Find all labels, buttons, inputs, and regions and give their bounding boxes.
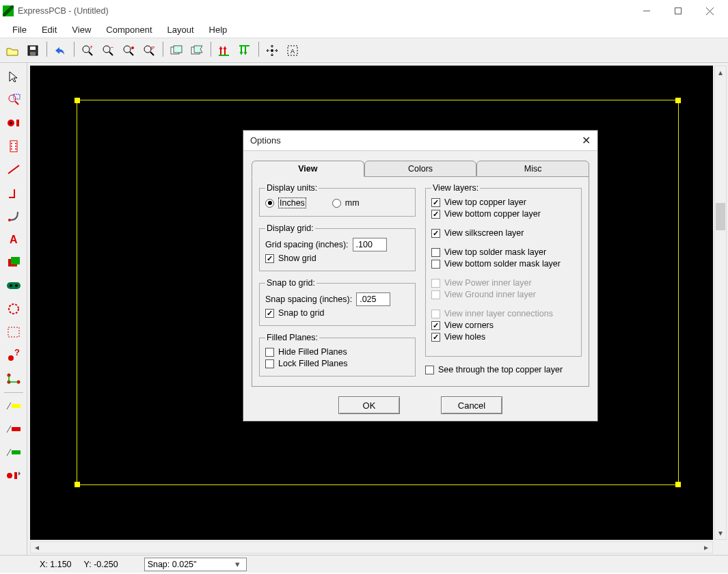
zoom-tool[interactable] — [3, 89, 25, 111]
tab-view[interactable]: View — [252, 161, 364, 177]
circle-tool[interactable] — [3, 298, 25, 320]
open-icon[interactable] — [3, 41, 22, 60]
label-bottom-copper: View bottom copper layer — [444, 209, 541, 219]
svg-line-17 — [150, 52, 154, 55]
zoom-prev-icon[interactable]: P — [139, 41, 159, 60]
rect-tool[interactable] — [3, 251, 25, 273]
scroll-right-icon[interactable]: ▸ — [700, 543, 712, 552]
svg-point-41 — [15, 146, 16, 147]
status-y: Y: -0.250 — [84, 560, 118, 569]
check-silkscreen[interactable] — [431, 229, 440, 238]
scroll-up-icon[interactable]: ▴ — [715, 66, 726, 79]
corner-handle-tl[interactable] — [75, 98, 80, 103]
zoom-out-icon[interactable]: − — [98, 41, 118, 60]
ok-button[interactable]: OK — [338, 396, 400, 414]
maximize-button[interactable] — [662, 0, 694, 22]
corner-handle-tr[interactable] — [675, 98, 681, 103]
check-top-mask[interactable] — [431, 248, 440, 257]
menu-help[interactable]: Help — [202, 23, 234, 36]
svg-rect-53 — [8, 327, 19, 337]
pad-tool[interactable] — [3, 112, 25, 134]
menu-edit[interactable]: Edit — [35, 23, 64, 36]
status-x: X: 1.150 — [40, 560, 72, 569]
app-icon — [3, 5, 14, 16]
link-sch-icon[interactable] — [167, 41, 186, 60]
trace-tool[interactable] — [3, 159, 25, 180]
text-tool[interactable]: A — [3, 228, 25, 250]
menu-layout[interactable]: Layout — [161, 23, 201, 36]
check-holes[interactable] — [431, 333, 440, 342]
menu-file[interactable]: File — [5, 23, 33, 36]
menu-view[interactable]: View — [65, 23, 98, 36]
chevron-down-icon: ▾ — [232, 559, 243, 569]
vscroll-thumb[interactable] — [716, 203, 725, 230]
unlink-sch-icon[interactable] — [187, 41, 206, 60]
check-snap-grid[interactable] — [265, 309, 274, 318]
check-top-copper[interactable] — [431, 198, 440, 207]
svg-point-50 — [10, 284, 12, 287]
select-tool[interactable] — [3, 66, 25, 87]
component-tool[interactable] — [3, 135, 25, 157]
bus-tool[interactable] — [3, 368, 25, 390]
svg-point-42 — [11, 148, 12, 150]
corner-tool[interactable] — [3, 182, 25, 204]
corner-handle-bl[interactable] — [75, 482, 80, 487]
check-see-through[interactable] — [425, 366, 434, 374]
layer-inner1-tool[interactable] — [3, 418, 25, 440]
net-info-tool[interactable]: ? — [3, 344, 25, 366]
svg-point-38 — [11, 143, 12, 144]
label-bottom-mask: View bottom solder mask layer — [444, 259, 561, 269]
scroll-left-icon[interactable]: ◂ — [31, 543, 43, 552]
input-grid-spacing[interactable]: .100 — [353, 238, 387, 251]
save-icon[interactable] — [23, 41, 42, 60]
check-bottom-copper[interactable] — [431, 210, 440, 219]
layer-bottom-tool[interactable] — [3, 465, 25, 487]
label-see-through: See through the top copper layer — [438, 365, 563, 374]
top-layer-icon[interactable] — [215, 41, 234, 60]
svg-rect-61 — [12, 450, 21, 454]
svg-rect-48 — [11, 257, 20, 264]
minimize-button[interactable] — [631, 0, 662, 22]
center-icon[interactable] — [262, 41, 282, 60]
svg-point-45 — [8, 219, 11, 221]
input-snap-spacing[interactable]: .025 — [356, 292, 390, 306]
arc-tool[interactable] — [3, 205, 25, 227]
cancel-button[interactable]: Cancel — [441, 396, 502, 414]
snap-dropdown[interactable]: Snap: 0.025" ▾ — [144, 558, 247, 571]
label-power-inner: View Power inner layer — [444, 278, 532, 288]
tab-colors[interactable]: Colors — [364, 161, 477, 177]
horizontal-scrollbar[interactable]: ◂ ▸ — [30, 541, 713, 554]
label-top-mask: View top solder mask layer — [444, 247, 546, 257]
svg-point-7 — [83, 46, 90, 53]
zoom-in-icon[interactable]: + — [78, 41, 97, 60]
radio-mm[interactable] — [332, 199, 341, 208]
bottom-layer-icon[interactable] — [235, 41, 254, 60]
svg-line-44 — [8, 165, 19, 174]
check-hide-planes[interactable] — [265, 348, 274, 357]
close-button[interactable] — [694, 0, 725, 22]
layer-inner2-tool[interactable] — [3, 441, 25, 463]
tab-misc[interactable]: Misc — [476, 161, 589, 177]
check-bottom-mask[interactable] — [431, 260, 440, 269]
radio-inches[interactable] — [265, 199, 274, 208]
svg-text:A: A — [291, 48, 295, 55]
scroll-down-icon[interactable]: ▾ — [715, 527, 726, 539]
undo-icon[interactable] — [51, 41, 70, 60]
zoom-fit-icon[interactable] — [119, 41, 138, 60]
window-title: ExpressPCB - (Untitled) — [18, 6, 109, 16]
frame-icon[interactable]: A — [283, 41, 302, 60]
check-corners[interactable] — [431, 321, 440, 330]
corner-handle-br[interactable] — [675, 482, 681, 487]
board-edge-tool[interactable] — [3, 321, 25, 343]
vertical-scrollbar[interactable]: ▴ ▾ — [714, 66, 727, 540]
menu-component[interactable]: Component — [99, 23, 159, 36]
check-lock-planes[interactable] — [265, 359, 274, 368]
dialog-close-icon[interactable]: ✕ — [582, 134, 591, 147]
svg-text:A: A — [10, 234, 18, 245]
fill-tool[interactable] — [3, 275, 25, 297]
legend-display-grid: Display grid: — [265, 223, 315, 233]
layer-top-tool[interactable] — [3, 395, 25, 417]
svg-text:+: + — [90, 44, 93, 51]
svg-rect-33 — [14, 94, 20, 99]
check-show-grid[interactable] — [265, 254, 274, 263]
